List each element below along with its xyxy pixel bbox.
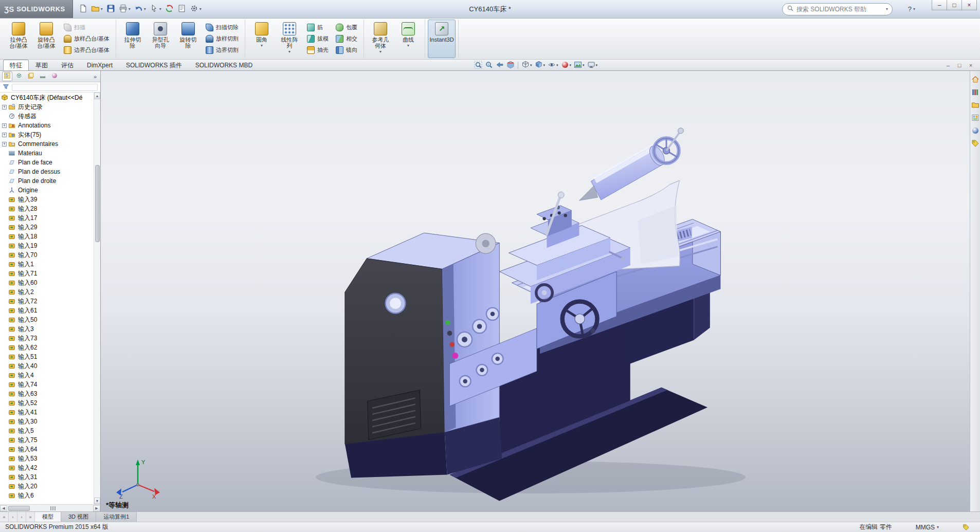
tree-item[interactable]: 输入51 (1, 352, 93, 361)
tree-item[interactable]: 输入74 (1, 380, 93, 389)
tab-SOLIDWORKS 插件[interactable]: SOLIDWORKS 插件 (119, 60, 189, 70)
tree-item[interactable]: +历史记录 (1, 102, 93, 112)
ribbon-button-reference-geometry[interactable]: 参考几何体▼ (367, 20, 394, 58)
lathe-model[interactable] (101, 71, 970, 511)
save-button[interactable] (105, 3, 117, 16)
ribbon-button-linear-pattern[interactable]: 线性阵列▼ (276, 20, 303, 58)
ribbon-button-hole-wizard[interactable]: 异型孔向导 (147, 20, 174, 58)
horizontal-scroll-thumb[interactable] (8, 506, 30, 511)
dropdown-arrow-icon[interactable]: ▼ (288, 50, 292, 53)
hide-show-items-button[interactable]: ▾ (547, 60, 559, 70)
tree-item[interactable]: 输入20 (1, 482, 93, 491)
print-button[interactable]: ▾ (117, 3, 132, 16)
tree-item[interactable]: 输入4 (1, 371, 93, 380)
tree-item[interactable]: 输入52 (1, 398, 93, 408)
tree-item[interactable]: 输入42 (1, 463, 93, 472)
edit-appearance-dropdown-icon[interactable]: ▾ (570, 63, 572, 67)
view-settings-button[interactable]: ▾ (586, 60, 599, 70)
tree-item[interactable]: 输入64 (1, 445, 93, 454)
doc-restore-button[interactable]: □ (954, 61, 965, 69)
expander-icon[interactable]: + (2, 105, 7, 109)
tree-item[interactable]: +Commentaires (1, 139, 93, 149)
tree-item[interactable]: 输入28 (1, 204, 93, 213)
minimize-button[interactable]: – (932, 0, 947, 10)
tab-nav-button-1[interactable]: ‹ (9, 512, 17, 522)
dropdown-arrow-icon[interactable]: ▼ (379, 50, 383, 53)
tree-item[interactable]: 输入50 (1, 315, 93, 324)
view-orientation-dropdown-icon[interactable]: ▾ (530, 63, 532, 67)
horizontal-scroll-track[interactable] (7, 505, 93, 511)
tree-item[interactable]: 输入72 (1, 297, 93, 306)
tree-item[interactable]: 输入31 (1, 472, 93, 482)
tree-item[interactable]: 输入70 (1, 250, 93, 260)
tree-item[interactable]: 输入73 (1, 334, 93, 343)
ribbon-button-instant3d[interactable]: Instant3D (428, 20, 456, 58)
tab-特征[interactable]: 特征 (3, 60, 29, 70)
doc-minimize-button[interactable]: – (943, 61, 953, 69)
search-input[interactable] (796, 6, 883, 13)
expander-icon[interactable]: + (2, 133, 7, 137)
propertymanager-tab[interactable] (14, 71, 24, 81)
new-document-button[interactable] (77, 3, 89, 16)
display-style-button[interactable]: ▾ (534, 60, 547, 70)
ribbon-button-extruded-boss[interactable]: 拉伸凸台/基体 (5, 20, 32, 58)
tree-item[interactable]: 传感器 (1, 112, 93, 121)
tree-item[interactable]: 输入60 (1, 278, 93, 287)
rebuild-button[interactable] (164, 3, 175, 16)
tree-item[interactable]: 输入6 (1, 491, 93, 500)
tree-item[interactable]: 输入39 (1, 195, 93, 204)
ribbon-button-curves[interactable]: 曲线▼ (394, 20, 422, 58)
tree-vertical-scrollbar[interactable]: ▲ ▼ (94, 93, 100, 504)
filter-funnel-icon[interactable] (3, 83, 9, 91)
splitter-grip[interactable] (50, 506, 56, 510)
tab-nav-button-0[interactable]: « (0, 512, 9, 522)
options-dropdown-icon[interactable]: ▾ (199, 7, 202, 11)
tree-item[interactable]: +实体(75) (1, 130, 93, 139)
select-button[interactable]: ▾ (148, 3, 163, 16)
custom-properties-button[interactable] (971, 139, 979, 148)
ribbon-button-rib[interactable]: 筋 (304, 23, 331, 32)
tree-item[interactable]: 输入40 (1, 361, 93, 371)
print-dropdown-icon[interactable]: ▾ (129, 7, 131, 11)
ribbon-button-revolved-cut[interactable]: 旋转切除 (174, 20, 202, 58)
tree-item[interactable]: 输入5 (1, 426, 93, 435)
dropdown-arrow-icon[interactable]: ▼ (260, 44, 264, 47)
design-library-button[interactable] (971, 88, 979, 96)
displaymanager-tab[interactable] (49, 71, 60, 81)
hide-show-items-dropdown-icon[interactable]: ▾ (556, 63, 558, 67)
tab-nav-button-3[interactable]: » (26, 512, 35, 522)
ribbon-button-boundary-cut[interactable]: 边界切割 (203, 46, 241, 54)
tree-item[interactable]: 输入18 (1, 232, 93, 241)
bottom-tab-3D 视图[interactable]: 3D 视图 (61, 512, 96, 522)
ribbon-button-intersect[interactable]: 相交 (333, 34, 360, 43)
tree-item[interactable]: 输入1 (1, 260, 93, 269)
help-button[interactable]: ? ▾ (905, 4, 918, 14)
expander-icon[interactable]: + (2, 123, 7, 128)
undo-dropdown-icon[interactable]: ▾ (144, 7, 146, 11)
select-dropdown-icon[interactable]: ▾ (159, 7, 161, 11)
ribbon-button-shell[interactable]: 抽壳 (304, 46, 331, 54)
ribbon-button-boundary-boss[interactable]: 边界凸台/基体 (61, 46, 112, 54)
tree-item[interactable]: 输入63 (1, 389, 93, 398)
tree-item[interactable]: 输入53 (1, 454, 93, 463)
dropdown-arrow-icon[interactable]: ▼ (407, 44, 410, 47)
scroll-up-button[interactable]: ▲ (94, 93, 100, 99)
tree-item[interactable]: Origine (1, 186, 93, 195)
zoom-fit-button[interactable] (473, 60, 483, 70)
scroll-right-button[interactable]: ▶ (93, 505, 100, 511)
tree-horizontal-scrollbar[interactable]: ◀ ▶ (0, 504, 100, 511)
tree-item[interactable]: Plan de dessus (1, 167, 93, 176)
featuremanager-tab[interactable] (2, 71, 12, 81)
tree-item[interactable]: Plan de face (1, 158, 93, 167)
display-style-dropdown-icon[interactable]: ▾ (543, 63, 546, 67)
ribbon-button-swept-cut[interactable]: 扫描切除 (203, 23, 241, 32)
ribbon-button-mirror[interactable]: 镜向 (333, 46, 360, 54)
status-tag-icon[interactable] (963, 524, 970, 531)
tree-item[interactable]: 输入41 (1, 408, 93, 417)
tree-item[interactable]: 输入62 (1, 343, 93, 352)
tree-item[interactable]: Plan de droite (1, 176, 93, 186)
edit-appearance-button[interactable]: ▾ (560, 60, 573, 70)
ribbon-button-lofted-boss[interactable]: 放样凸台/基体 (61, 34, 112, 43)
bottom-tab-模型[interactable]: 模型 (35, 512, 61, 522)
tree-item[interactable]: 输入61 (1, 306, 93, 315)
